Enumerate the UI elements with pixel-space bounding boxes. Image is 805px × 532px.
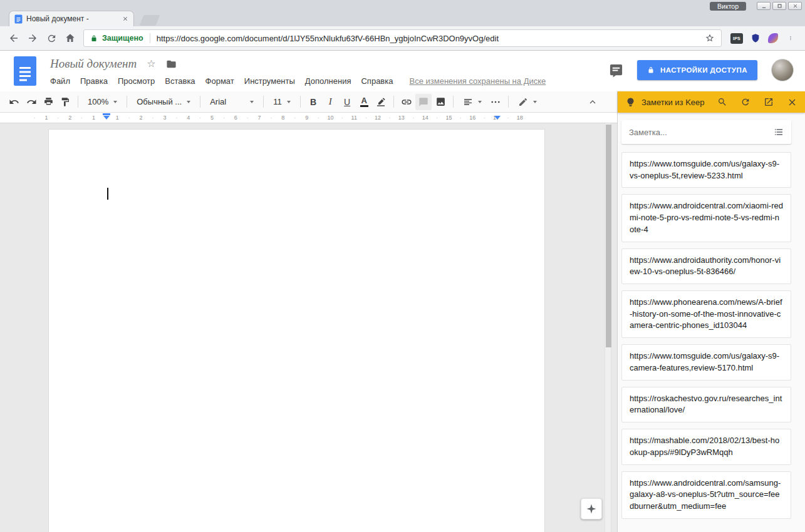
first-line-indent-marker[interactable] — [103, 113, 110, 115]
paragraph-style-dropdown[interactable]: Обычный ... — [132, 94, 195, 110]
align-dropdown[interactable] — [458, 94, 487, 110]
share-button[interactable]: НАСТРОЙКИ ДОСТУПА — [637, 60, 757, 80]
tab-close-icon[interactable] — [122, 16, 128, 22]
keep-note-card[interactable]: https://www.tomsguide.com/us/galaxy-s9-c… — [621, 344, 791, 380]
insert-link-button[interactable] — [398, 94, 415, 110]
menu-item[interactable]: Справка — [356, 75, 398, 87]
forward-icon — [27, 33, 38, 44]
window-maximize-button[interactable] — [772, 2, 786, 10]
zoom-dropdown[interactable]: 100% — [83, 94, 122, 110]
explore-button[interactable] — [581, 498, 602, 519]
keep-note-card[interactable]: https://www.phonearena.com/news/A-brief-… — [621, 290, 791, 338]
more-options-button[interactable] — [487, 94, 504, 110]
text-color-button[interactable]: A — [356, 94, 372, 110]
print-icon — [43, 96, 54, 107]
paint-format-button[interactable] — [57, 94, 73, 110]
redo-button[interactable] — [23, 94, 39, 110]
insert-comment-button[interactable] — [415, 94, 432, 110]
underline-icon: U — [344, 97, 350, 107]
keep-panel-title: Заметки из Keep — [641, 98, 705, 107]
home-button[interactable] — [61, 29, 80, 48]
back-button[interactable] — [4, 29, 23, 48]
keep-note-placeholder: Заметка... — [629, 128, 774, 137]
url-text[interactable]: https://docs.google.com/document/d/1lJY5… — [157, 34, 700, 43]
extension-icon-shield[interactable] — [750, 33, 761, 43]
avatar[interactable] — [771, 59, 794, 81]
chevron-down-icon — [187, 101, 190, 103]
extension-icon-ips[interactable]: IPS — [730, 33, 743, 44]
close-panel-icon[interactable] — [787, 97, 797, 108]
ruler-mark: 16 — [460, 115, 484, 121]
document-page[interactable] — [48, 129, 545, 532]
docs-logo-icon[interactable] — [14, 56, 36, 86]
insert-image-button[interactable] — [432, 94, 449, 110]
extensions-area: IPS — [725, 33, 801, 44]
highlight-color-button[interactable] — [373, 94, 389, 110]
profile-name-chip[interactable]: Виктор — [710, 2, 746, 11]
move-to-folder-icon[interactable] — [166, 59, 177, 69]
window-close-button[interactable] — [788, 2, 802, 10]
keep-note-card[interactable]: https://mashable.com/2018/02/13/best-hoo… — [621, 429, 791, 464]
doc-title[interactable]: Новый документ — [50, 57, 137, 71]
tab-title: Новый документ - — [26, 14, 118, 23]
search-icon[interactable] — [717, 97, 727, 107]
ruler-mark: 9 — [295, 115, 319, 121]
keep-note-card[interactable]: https://www.androidcentral.com/xiaomi-re… — [621, 194, 791, 242]
star-document-icon[interactable]: ☆ — [147, 59, 155, 69]
keep-note-card[interactable]: https://www.androidcentral.com/samsung-g… — [621, 471, 791, 519]
ruler[interactable]: 121123456789101112131415161718 — [0, 113, 617, 123]
keep-note-card[interactable]: https://www.androidauthority.com/honor-v… — [621, 248, 791, 284]
underline-button[interactable]: U — [339, 94, 355, 110]
explore-star-icon — [586, 503, 597, 514]
ruler-mark: 2 — [129, 115, 153, 121]
url-bar[interactable]: Защищено https://docs.google.com/documen… — [83, 29, 722, 47]
italic-button[interactable]: I — [322, 94, 338, 110]
right-indent-marker[interactable] — [494, 116, 501, 120]
window-minimize-button[interactable] — [757, 2, 771, 10]
menu-item[interactable]: Инструменты — [239, 75, 300, 87]
bookmark-star-icon[interactable] — [705, 33, 715, 43]
forward-button[interactable] — [23, 29, 42, 48]
keep-note-input[interactable]: Заметка... — [621, 120, 791, 144]
vertical-scrollbar[interactable] — [605, 123, 611, 532]
bold-button[interactable]: B — [305, 94, 321, 110]
hide-menus-button[interactable] — [584, 94, 601, 110]
menu-item[interactable]: Просмотр — [113, 75, 160, 87]
menu-item[interactable]: Дополнения — [300, 75, 356, 87]
left-indent-marker[interactable] — [103, 116, 110, 120]
menu-item[interactable]: Файл — [50, 75, 75, 87]
new-list-icon[interactable] — [774, 127, 784, 137]
keep-note-card[interactable]: https://roskachestvo.gov.ru/researches_i… — [621, 387, 791, 422]
ruler-mark: 1 — [82, 115, 106, 121]
scrollbar-thumb[interactable] — [606, 125, 611, 347]
refresh-icon[interactable] — [740, 97, 750, 107]
font-size-dropdown[interactable]: 11 — [268, 94, 296, 110]
reload-button[interactable] — [42, 29, 61, 48]
print-button[interactable] — [40, 94, 56, 110]
browser-menu-icon[interactable] — [786, 33, 796, 43]
new-tab-button[interactable] — [140, 15, 160, 26]
comment-icon — [418, 97, 428, 107]
keep-panel: Заметки из Keep Заметка... https://www.t… — [617, 91, 805, 532]
font-family-value: Arial — [210, 97, 226, 106]
menu-item[interactable]: Правка — [75, 75, 113, 87]
toolbar-separator — [263, 96, 264, 108]
keep-note-card[interactable]: https://www.tomsguide.com/us/galaxy-s9-v… — [621, 152, 791, 188]
comments-icon[interactable] — [609, 63, 623, 78]
browser-tab[interactable]: Новый документ - — [9, 11, 134, 26]
chevron-down-icon — [287, 101, 291, 103]
menu-item[interactable]: Формат — [200, 75, 239, 87]
extension-icon-brush[interactable] — [768, 33, 778, 43]
browser-navbar: Защищено https://docs.google.com/documen… — [0, 26, 805, 51]
editor-column: 100% Обычный ... Arial 11 B I U A — [0, 91, 617, 532]
open-in-new-icon[interactable] — [764, 97, 774, 107]
bold-icon: B — [310, 97, 316, 107]
undo-button[interactable] — [6, 94, 23, 110]
ruler-mark: 3 — [153, 115, 177, 121]
lock-badge-icon — [647, 66, 655, 74]
menu-item[interactable]: Вставка — [160, 75, 200, 87]
save-status-link[interactable]: Все изменения сохранены на Диске — [409, 76, 546, 86]
reload-icon — [46, 33, 57, 44]
editing-mode-dropdown[interactable] — [513, 94, 542, 110]
font-family-dropdown[interactable]: Arial — [205, 94, 259, 110]
